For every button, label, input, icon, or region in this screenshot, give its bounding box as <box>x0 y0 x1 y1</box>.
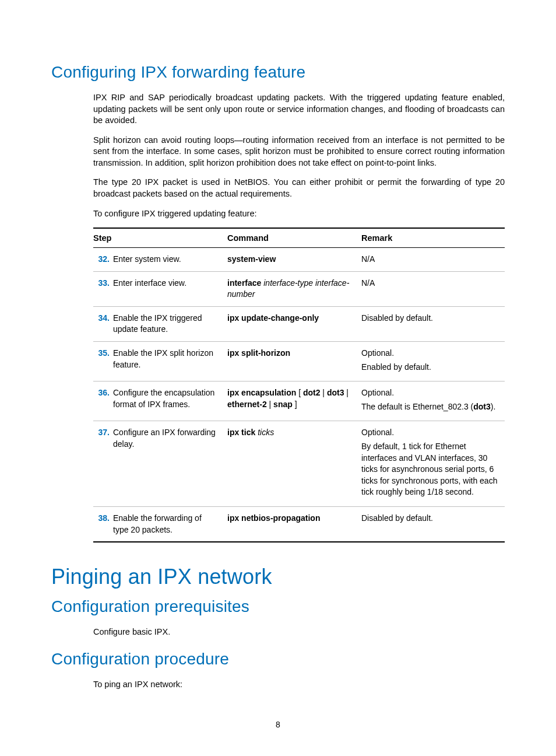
remark-text: Disabled by default. <box>361 313 433 323</box>
paragraph: Split horizon can avoid routing loops—ro… <box>93 135 505 169</box>
remark-text: The default is Ethernet_802.3 (dot3). <box>361 401 501 413</box>
command-text: ipx update-change-only <box>227 313 319 323</box>
col-header-step: Step <box>93 228 227 248</box>
remark-text: Disabled by default. <box>361 513 433 523</box>
step-number: 32. <box>93 254 110 265</box>
remark-text: Optional. <box>361 427 501 439</box>
step-number: 36. <box>93 387 110 399</box>
col-header-command: Command <box>227 228 361 248</box>
table-row: 37.Configure an IPX forwarding delay. ip… <box>93 421 505 507</box>
step-text: Configure the encapsulation format of IP… <box>113 387 218 410</box>
command-table: Step Command Remark 32.Enter system view… <box>93 228 505 542</box>
table-header-row: Step Command Remark <box>93 228 505 248</box>
remark-text: N/A <box>361 254 375 264</box>
paragraph: To ping an IPX network: <box>93 679 505 691</box>
col-header-remark: Remark <box>361 228 505 248</box>
section-heading-forwarding: Configuring IPX forwarding feature <box>51 63 505 82</box>
step-number: 38. <box>93 513 110 524</box>
command-text: interface <box>227 278 261 288</box>
paragraph: Configure basic IPX. <box>93 626 505 638</box>
step-text: Enter system view. <box>113 254 218 265</box>
table-row: 33.Enter interface view. interface inter… <box>93 271 505 306</box>
command-text: ipx split-horizon <box>227 348 290 358</box>
remark-text: Optional. <box>361 348 501 359</box>
table-row: 35.Enable the IPX split horizon feature.… <box>93 342 505 382</box>
section-heading-ping: Pinging an IPX network <box>51 565 505 589</box>
step-text: Enable the IPX triggered update feature. <box>113 313 218 335</box>
step-number: 34. <box>93 313 110 324</box>
step-number: 35. <box>93 348 110 359</box>
section-heading-prereq: Configuration prerequisites <box>51 597 505 616</box>
command-text: system-view <box>227 254 276 264</box>
command-arg: ticks <box>255 428 274 437</box>
paragraph: IPX RIP and SAP periodically broadcast u… <box>93 92 505 127</box>
page-number: 8 <box>0 720 556 729</box>
step-text: Enable the forwarding of type 20 packets… <box>113 513 218 536</box>
step-text: Enter interface view. <box>113 278 218 289</box>
command-text: ipx tick <box>227 428 255 437</box>
paragraph: The type 20 IPX packet is used in NetBIO… <box>93 177 505 200</box>
remark-text: Enabled by default. <box>361 362 501 373</box>
command-text: ipx encapsulation <box>227 388 296 397</box>
step-text: Enable the IPX split horizon feature. <box>113 348 218 370</box>
table-row: 32.Enter system view. system-view N/A <box>93 248 505 272</box>
remark-text: By default, 1 tick for Ethernet interfac… <box>361 441 501 498</box>
paragraph: To configure IPX triggered updating feat… <box>93 208 505 220</box>
remark-text: Optional. <box>361 387 501 399</box>
step-number: 37. <box>93 427 110 439</box>
step-text: Configure an IPX forwarding delay. <box>113 427 218 450</box>
table-row: 38.Enable the forwarding of type 20 pack… <box>93 506 505 542</box>
remark-text: N/A <box>361 278 375 288</box>
table-row: 34.Enable the IPX triggered update featu… <box>93 306 505 341</box>
step-number: 33. <box>93 278 110 289</box>
section-heading-procedure: Configuration procedure <box>51 650 505 668</box>
command-text: ipx netbios-propagation <box>227 513 320 523</box>
table-row: 36.Configure the encapsulation format of… <box>93 382 505 421</box>
